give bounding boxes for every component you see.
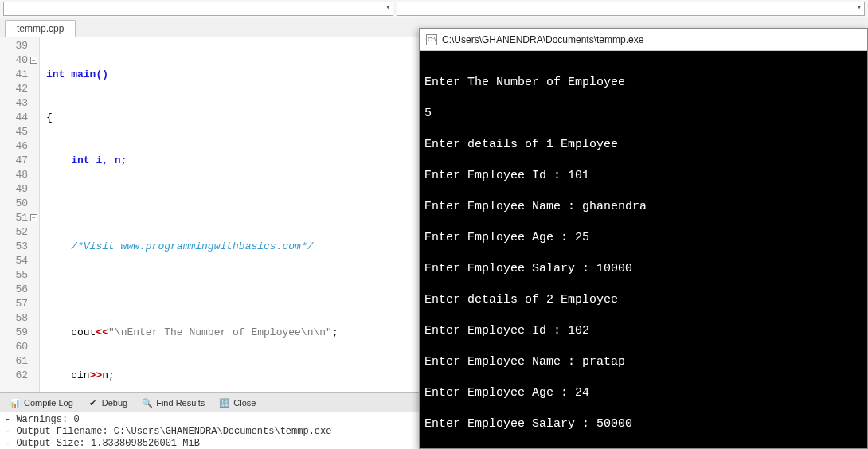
close-icon: 🔢 [219, 397, 230, 408]
fold-toggle[interactable]: − [30, 57, 37, 64]
label: Close [233, 398, 256, 408]
tab-find-results[interactable]: 🔍Find Results [135, 396, 211, 410]
toolbar [0, 0, 868, 18]
t: >> [90, 369, 103, 381]
bottom-panel: 📊Compile Log ✔Debug 🔍Find Results 🔢Close… [0, 392, 419, 449]
console-icon: C:\ [426, 34, 437, 45]
t: cin [46, 369, 90, 381]
dropdown-2[interactable] [397, 2, 865, 16]
label: Find Results [156, 398, 205, 408]
tab-close[interactable]: 🔢Close [213, 396, 262, 410]
tab-compile-log[interactable]: 📊Compile Log [3, 396, 80, 410]
compile-log-icon: 📊 [10, 397, 21, 408]
dropdown-1[interactable] [3, 2, 393, 16]
label: Debug [102, 398, 127, 408]
code-line: /*Visit www.programmingwithbasics.com*/ [46, 240, 313, 252]
debug-icon: ✔ [88, 397, 99, 408]
console-title-text: C:\Users\GHANENDRA\Documents\temmp.exe [442, 34, 643, 45]
t: << [96, 326, 108, 338]
code-line: int i, n; [46, 154, 127, 166]
console-window[interactable]: C:\ C:\Users\GHANENDRA\Documents\temmp.e… [419, 28, 868, 449]
label: Compile Log [24, 398, 73, 408]
file-tab[interactable]: temmp.cpp [5, 20, 76, 37]
t: cout [46, 326, 96, 338]
line-gutter: 3940−4142434445464748495051−525354555657… [0, 37, 40, 398]
code-line: int main() [46, 68, 108, 80]
bottom-tabs: 📊Compile Log ✔Debug 🔍Find Results 🔢Close [0, 393, 419, 412]
tab-debug[interactable]: ✔Debug [81, 396, 134, 410]
fold-toggle[interactable]: − [30, 214, 37, 221]
console-output: Enter The Number of Employee 5 Enter det… [420, 51, 867, 439]
t: n; [102, 369, 115, 381]
console-titlebar[interactable]: C:\ C:\Users\GHANENDRA\Documents\temmp.e… [420, 29, 867, 51]
compile-output: - Warnings: 0 - Output Filename: C:\User… [0, 412, 419, 449]
code-line: { [46, 111, 53, 123]
find-icon: 🔍 [142, 397, 153, 408]
t: "\nEnter The Number of Employee\n\n" [108, 326, 332, 338]
t: ; [332, 326, 338, 338]
